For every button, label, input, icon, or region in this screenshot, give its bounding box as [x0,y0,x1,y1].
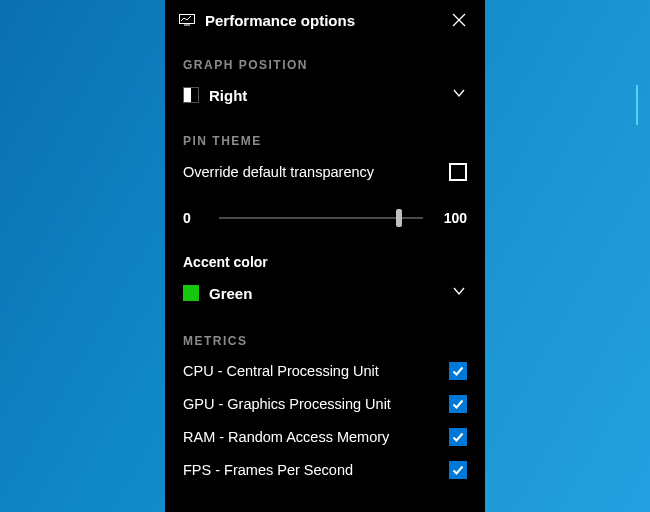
pin-theme-label: PIN THEME [183,134,467,148]
desktop-background: Performance options GRAPH POSITION Right… [0,0,650,512]
slider-min-label: 0 [183,210,209,226]
svg-rect-0 [180,15,195,24]
metric-checkbox[interactable] [449,395,467,413]
slider-max-label: 100 [433,210,467,226]
metric-row: RAM - Random Access Memory [183,420,467,453]
accent-color-label: Accent color [183,254,467,270]
metrics-list: CPU - Central Processing UnitGPU - Graph… [183,354,467,486]
transparency-slider[interactable] [219,208,423,228]
accent-color-dropdown[interactable]: Green [183,276,467,310]
graph-position-label: GRAPH POSITION [183,58,467,72]
accent-color-value: Green [209,285,451,302]
transparency-slider-row: 0 100 [183,204,467,232]
color-swatch-icon [183,285,199,301]
close-button[interactable] [445,6,473,34]
graph-position-value: Right [209,87,451,104]
metric-checkbox[interactable] [449,362,467,380]
metric-row: GPU - Graphics Processing Unit [183,387,467,420]
metric-label: FPS - Frames Per Second [183,462,449,478]
override-transparency-label: Override default transparency [183,164,449,180]
performance-options-panel: Performance options GRAPH POSITION Right… [165,0,485,512]
check-icon [451,397,465,411]
slider-thumb[interactable] [396,209,402,227]
override-transparency-checkbox[interactable] [449,163,467,181]
chevron-down-icon [451,85,467,105]
metric-checkbox[interactable] [449,428,467,446]
check-icon [451,364,465,378]
check-icon [451,463,465,477]
metric-row: CPU - Central Processing Unit [183,354,467,387]
slider-track [219,217,423,219]
performance-icon [179,14,195,26]
position-swatch-icon [183,87,199,103]
desktop-accent-stripe [636,85,638,125]
metric-row: FPS - Frames Per Second [183,453,467,486]
metric-label: RAM - Random Access Memory [183,429,449,445]
panel-title: Performance options [205,12,445,29]
check-icon [451,430,465,444]
metric-label: GPU - Graphics Processing Unit [183,396,449,412]
override-transparency-row: Override default transparency [183,154,467,190]
metric-label: CPU - Central Processing Unit [183,363,449,379]
chevron-down-icon [451,283,467,303]
metrics-label: METRICS [183,334,467,348]
graph-position-dropdown[interactable]: Right [183,78,467,112]
metric-checkbox[interactable] [449,461,467,479]
titlebar: Performance options [165,0,485,40]
close-icon [452,13,466,27]
svg-rect-1 [184,25,190,26]
